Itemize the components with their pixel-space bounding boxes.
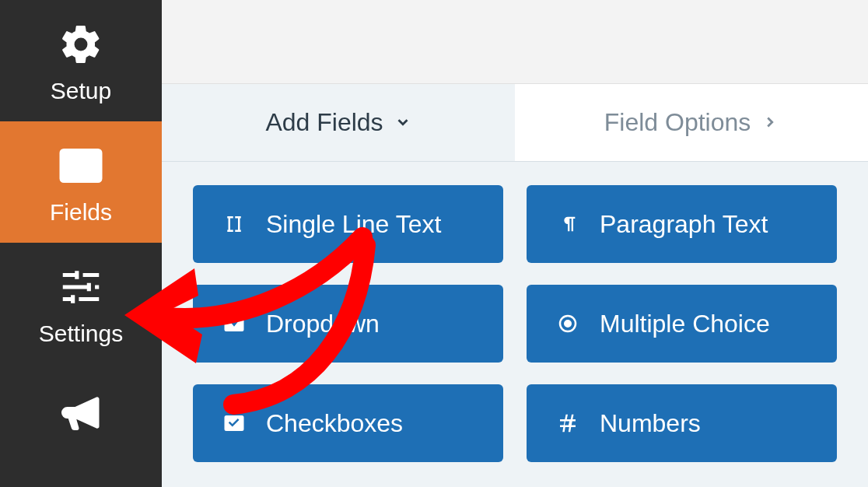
hash-icon <box>555 410 581 436</box>
field-label: Paragraph Text <box>600 210 768 239</box>
radio-icon <box>555 310 581 337</box>
field-label: Numbers <box>600 409 701 438</box>
sidebar-item-fields[interactable]: Fields <box>0 121 162 243</box>
sidebar: Setup Fields Settings <box>0 0 162 487</box>
sidebar-item-marketing[interactable] <box>0 364 162 487</box>
topbar <box>162 0 868 84</box>
field-label: Checkboxes <box>266 409 403 438</box>
list-icon <box>54 138 108 193</box>
field-paragraph-text[interactable]: Paragraph Text <box>527 185 837 263</box>
main-panel: Add Fields Field Options Single Line Tex <box>162 0 868 487</box>
tab-label: Field Options <box>604 108 751 137</box>
sidebar-item-label: Settings <box>39 321 123 347</box>
tab-label: Add Fields <box>265 108 383 137</box>
sidebar-item-settings[interactable]: Settings <box>0 243 162 364</box>
sliders-icon <box>54 260 108 314</box>
field-label: Dropdown <box>266 310 380 338</box>
fields-grid: Single Line Text Paragraph Text Dropdown <box>162 162 868 487</box>
tab-add-fields[interactable]: Add Fields <box>162 84 515 161</box>
field-dropdown[interactable]: Dropdown <box>193 285 503 363</box>
paragraph-icon <box>555 211 581 237</box>
sidebar-item-label: Fields <box>50 199 112 226</box>
sidebar-item-setup[interactable]: Setup <box>0 0 162 121</box>
text-cursor-icon <box>221 211 247 237</box>
field-single-line-text[interactable]: Single Line Text <box>193 185 503 263</box>
field-numbers[interactable]: Numbers <box>527 384 837 462</box>
field-label: Multiple Choice <box>600 310 770 338</box>
field-checkboxes[interactable]: Checkboxes <box>193 384 503 462</box>
gear-icon <box>54 17 108 72</box>
dropdown-icon <box>221 310 247 337</box>
panel-tabs: Add Fields Field Options <box>162 84 868 162</box>
checkbox-icon <box>221 410 247 436</box>
sidebar-item-label: Setup <box>51 78 111 104</box>
field-label: Single Line Text <box>266 210 441 239</box>
field-multiple-choice[interactable]: Multiple Choice <box>527 285 837 363</box>
chevron-down-icon <box>394 108 411 137</box>
megaphone-icon <box>54 387 108 442</box>
tab-field-options[interactable]: Field Options <box>515 84 868 161</box>
chevron-right-icon <box>761 108 779 137</box>
